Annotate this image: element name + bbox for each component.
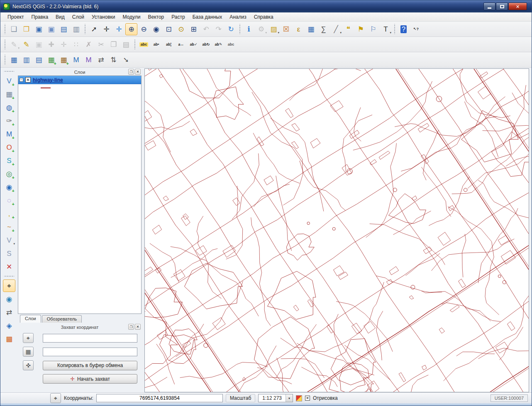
composer-manager-button[interactable]: [70, 23, 82, 35]
new-shapefile-layer-button[interactable]: ▾: [3, 234, 15, 246]
node-tool-button[interactable]: [70, 39, 82, 51]
add-raster-layer-button[interactable]: +: [3, 88, 15, 100]
save-project-as-button[interactable]: [45, 23, 57, 35]
zoom-to-layer-button[interactable]: [188, 23, 200, 35]
toolbar-grip[interactable]: [4, 24, 6, 34]
pan-map-button[interactable]: [100, 23, 112, 35]
help-contents-button[interactable]: [398, 23, 410, 35]
sync-offline-button[interactable]: [107, 54, 120, 66]
capture-panel-titlebar[interactable]: Захват координат: [18, 323, 142, 331]
deselect-all-button[interactable]: [280, 23, 292, 35]
copy-features-button[interactable]: [107, 39, 120, 51]
mssql-export-button[interactable]: [83, 54, 95, 66]
remove-layer-button[interactable]: [3, 260, 15, 273]
panel-close-button[interactable]: [135, 69, 141, 75]
paste-features-button[interactable]: [120, 39, 132, 51]
open-attribute-table-button[interactable]: [305, 23, 317, 35]
menu-item-3[interactable]: Слой: [68, 13, 88, 21]
dropdown-arrow-icon[interactable]: ▾: [13, 242, 15, 246]
query-tool-button[interactable]: [33, 54, 45, 66]
coordinate-y-input[interactable]: [43, 348, 137, 356]
change-label-button[interactable]: [212, 39, 225, 51]
tab-browser[interactable]: Обозреватель: [42, 315, 82, 323]
scale-combo[interactable]: 1:12 273: [258, 394, 293, 402]
labeling-button[interactable]: [138, 39, 150, 51]
offline-editing-button[interactable]: [3, 306, 15, 318]
panel-close-button[interactable]: [135, 324, 141, 330]
import-layer-button[interactable]: +: [45, 54, 57, 66]
menu-item-4[interactable]: Установки: [88, 13, 119, 21]
dropdown-arrow-icon[interactable]: ▾: [265, 31, 267, 34]
select-by-expression-button[interactable]: [293, 23, 305, 35]
panel-float-button[interactable]: [128, 324, 134, 330]
dropdown-arrow-icon[interactable]: ▾: [390, 31, 391, 34]
menu-item-8[interactable]: База данных: [189, 13, 226, 21]
close-button[interactable]: [508, 2, 527, 10]
offline-editing-button[interactable]: [95, 54, 107, 66]
rotate-label-button[interactable]: [200, 39, 212, 51]
select-features-button[interactable]: ▾: [268, 23, 280, 35]
dropdown-arrow-icon[interactable]: ▾: [278, 31, 279, 34]
toolbar-grip[interactable]: [4, 39, 6, 49]
add-wms-layer-button[interactable]: +: [3, 168, 15, 180]
mssql-import-button[interactable]: [70, 54, 82, 66]
wgs84-coordinate-button[interactable]: [23, 333, 34, 343]
touch-zoom-button[interactable]: [88, 23, 100, 35]
panel-float-button[interactable]: [128, 69, 134, 75]
add-wcs-layer-button[interactable]: +: [3, 181, 15, 193]
map-tips-button[interactable]: [342, 23, 354, 35]
layer-name[interactable]: highway-line: [33, 77, 63, 83]
minimize-button[interactable]: [483, 2, 495, 10]
delete-selected-button[interactable]: [83, 39, 95, 51]
move-feature-button[interactable]: [58, 39, 70, 51]
menu-item-2[interactable]: Вид: [52, 13, 68, 21]
db-manager-button[interactable]: [8, 54, 20, 66]
add-postgis-layer-button[interactable]: +: [3, 101, 15, 114]
refresh-button[interactable]: [225, 23, 237, 35]
measure-button[interactable]: ▾: [330, 23, 342, 35]
road-graph-button[interactable]: [120, 54, 132, 66]
render-checkbox[interactable]: [305, 396, 310, 401]
coordinate-x-input[interactable]: [43, 334, 137, 343]
menu-item-6[interactable]: Вектор: [144, 13, 168, 21]
map-svg[interactable]: [145, 69, 529, 392]
toolbar-grip[interactable]: [4, 275, 14, 277]
current-edits-button[interactable]: ▾: [8, 39, 20, 51]
zoom-in-button[interactable]: [125, 23, 137, 35]
pin-labels-button[interactable]: [150, 39, 162, 51]
identify-button[interactable]: [243, 23, 255, 35]
new-print-composer-button[interactable]: [58, 23, 70, 35]
titlebar[interactable]: NextGIS QGIS - 2.2.0-Valmiera (bld. 6): [0, 0, 532, 12]
toolbar-grip[interactable]: [84, 24, 86, 34]
cut-features-button[interactable]: [95, 39, 107, 51]
export-layer-button[interactable]: +: [58, 54, 70, 66]
zoom-next-button[interactable]: [212, 23, 225, 35]
add-wfs-layer-button[interactable]: +: [3, 194, 15, 207]
move-label-button[interactable]: [175, 39, 187, 51]
dropdown-arrow-icon[interactable]: ▾: [340, 31, 342, 34]
context-help-button[interactable]: [410, 23, 422, 35]
tab-layers[interactable]: Слои: [20, 315, 41, 323]
project-crs-coordinate-button[interactable]: [23, 347, 34, 357]
layer-item-highway-line[interactable]: highway-line: [18, 76, 141, 84]
text-annotation-button[interactable]: ▾: [380, 23, 392, 35]
add-delimited-text-layer-button[interactable]: +: [3, 207, 15, 220]
layer-visibility-checkbox[interactable]: [25, 77, 31, 83]
new-spatialite-layer-button[interactable]: [3, 247, 15, 260]
toggle-editing-button[interactable]: [20, 39, 32, 51]
menu-item-5[interactable]: Модули: [119, 13, 144, 21]
zoom-actual-button[interactable]: [150, 23, 162, 35]
toolbar-grip[interactable]: [393, 24, 396, 34]
menu-item-1[interactable]: Правка: [28, 13, 52, 21]
expander-icon[interactable]: [20, 78, 23, 82]
dropdown-arrow-icon[interactable]: ▾: [18, 46, 20, 50]
spatial-query-button[interactable]: [3, 319, 15, 332]
menu-item-10[interactable]: Справка: [250, 13, 277, 21]
layers-panel-titlebar[interactable]: Слои: [18, 68, 142, 75]
show-hide-labels-button[interactable]: [188, 39, 200, 51]
toolbar-grip[interactable]: [134, 39, 136, 49]
coordinate-capture-button[interactable]: [3, 280, 15, 292]
layers-tree[interactable]: highway-line: [18, 75, 142, 314]
add-sqlanywhere-layer-button[interactable]: +: [3, 154, 15, 167]
menu-item-9[interactable]: Анализ: [226, 13, 250, 21]
